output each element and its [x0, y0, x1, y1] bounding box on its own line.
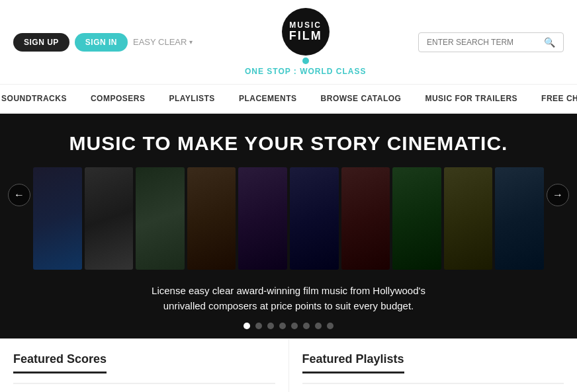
- hero-dot-6[interactable]: [303, 323, 310, 329]
- search-box: 🔍: [418, 32, 564, 52]
- top-bar-left: SIGN UP SIGN IN EASY CLEAR ▾: [13, 33, 193, 52]
- movie-poster-2: [85, 167, 134, 270]
- search-input[interactable]: [427, 38, 544, 47]
- featured-playlists: Featured Playlists: [289, 339, 578, 392]
- logo-music-text: MUSIC: [289, 21, 322, 30]
- movie-poster-10: [495, 167, 544, 270]
- signin-button[interactable]: SIGN IN: [75, 33, 128, 52]
- featured-row: Featured Scores Featured Playlists: [0, 338, 577, 392]
- tagline-highlight: WORLD CLASS: [300, 67, 366, 76]
- movie-poster-6: [290, 167, 339, 270]
- movie-thumb: [187, 167, 236, 270]
- hero-dot-4[interactable]: [279, 323, 286, 329]
- top-bar: SIGN UP SIGN IN EASY CLEAR ▾ MUSIC FILM …: [0, 0, 577, 85]
- easy-clear-label: EASY CLEAR: [133, 37, 187, 47]
- hero-dot-1[interactable]: [244, 323, 250, 329]
- hero-dot-5[interactable]: [291, 323, 298, 329]
- featured-playlists-title: Featured Playlists: [302, 352, 404, 373]
- movie-thumb: [33, 167, 82, 270]
- movie-poster-5: [238, 167, 287, 270]
- movie-poster-3: [136, 167, 185, 270]
- nav-trailers[interactable]: MUSIC FOR TRAILERS: [413, 85, 529, 112]
- movie-poster-1: [33, 167, 82, 270]
- nav-soundtracks[interactable]: SOUNDTRACKS: [0, 85, 79, 112]
- signup-button[interactable]: SIGN UP: [13, 33, 69, 52]
- movie-poster-7: [341, 167, 390, 270]
- hero-images: [0, 161, 577, 276]
- score-line: [13, 383, 275, 384]
- movie-thumb: [290, 167, 339, 270]
- hero-headline: MUSIC TO MAKE YOUR STORY CINEMATIC.: [0, 114, 577, 161]
- hero-next-button[interactable]: →: [547, 184, 569, 206]
- movie-poster-9: [444, 167, 493, 270]
- movie-thumb: [136, 167, 185, 270]
- logo-dot: [302, 58, 309, 64]
- hero-dot-7[interactable]: [315, 323, 322, 329]
- movie-poster-4: [187, 167, 236, 270]
- hero-prev-button[interactable]: ←: [8, 184, 30, 206]
- hero-slider: MUSIC TO MAKE YOUR STORY CINEMATIC. ← → …: [0, 114, 577, 338]
- movie-thumb: [238, 167, 287, 270]
- nav-placements[interactable]: PLACEMENTS: [227, 85, 309, 112]
- hero-dot-2[interactable]: [255, 323, 262, 329]
- hero-dot-8[interactable]: [327, 323, 333, 329]
- movie-thumb: [85, 167, 134, 270]
- nav-charity[interactable]: FREE CHARITY USES: [529, 85, 577, 112]
- hero-caption: License easy clear award-winning film mu…: [0, 276, 577, 313]
- nav-playlists[interactable]: PLAYLISTS: [157, 85, 226, 112]
- hero-dot-3[interactable]: [267, 323, 274, 329]
- hero-dots: [0, 313, 577, 338]
- movie-thumb: [495, 167, 544, 270]
- movie-poster-8: [392, 167, 441, 270]
- movie-thumb: [341, 167, 390, 270]
- chevron-down-icon: ▾: [189, 38, 193, 46]
- nav-composers[interactable]: COMPOSERS: [79, 85, 157, 112]
- search-icon[interactable]: 🔍: [544, 37, 555, 48]
- logo-area: MUSIC FILM ONE STOP : WORLD CLASS: [245, 8, 367, 76]
- logo-circle: MUSIC FILM: [282, 8, 330, 56]
- featured-scores: Featured Scores: [0, 339, 289, 392]
- nav-browse[interactable]: BROWSE CATALOG: [309, 85, 414, 112]
- tagline-static: ONE STOP :: [245, 67, 300, 76]
- featured-scores-title: Featured Scores: [13, 352, 107, 373]
- hero-content: MUSIC TO MAKE YOUR STORY CINEMATIC. ← →: [0, 114, 577, 276]
- search-area: 🔍: [418, 32, 564, 52]
- main-nav: ABOUT SOUNDTRACKS COMPOSERS PLAYLISTS PL…: [0, 85, 577, 114]
- easy-clear-dropdown[interactable]: EASY CLEAR ▾: [133, 37, 193, 47]
- logo-film-text: FILM: [289, 30, 322, 43]
- movie-thumb: [392, 167, 441, 270]
- movie-thumb: [444, 167, 493, 270]
- playlist-line: [302, 383, 564, 384]
- tagline: ONE STOP : WORLD CLASS: [245, 67, 367, 76]
